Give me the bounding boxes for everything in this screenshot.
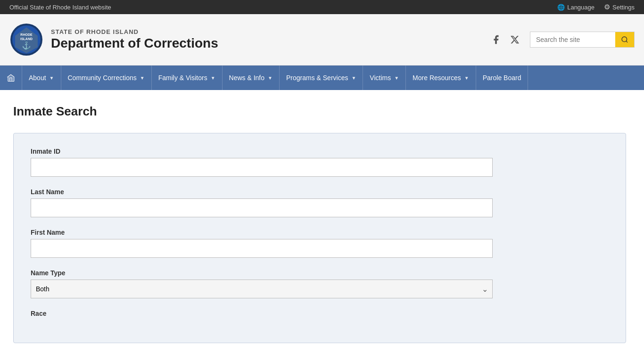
search-form-container: Inmate ID Last Name First Name Name Type… (13, 133, 626, 343)
nav-item-parole-board[interactable]: Parole Board (476, 66, 528, 90)
chevron-down-icon: ▼ (211, 75, 215, 81)
nav-label: Parole Board (483, 74, 521, 82)
nav-item-family-and-visitors[interactable]: Family & Visitors▼ (152, 66, 223, 90)
first-name-label: First Name (31, 229, 609, 236)
svg-text:RHODE: RHODE (20, 33, 33, 36)
home-icon (7, 74, 15, 82)
nav-items-container: About▼Community Corrections▼Family & Vis… (22, 66, 528, 90)
page-title: Inmate Search (13, 104, 631, 119)
nav-item-more-resources[interactable]: More Resources▼ (406, 66, 476, 90)
search-button[interactable] (615, 32, 634, 47)
nav-label: Programs & Services (286, 74, 348, 82)
nav-item-news-and-info[interactable]: News & Info▼ (223, 66, 280, 90)
state-name: STATE OF RHODE ISLAND (51, 28, 218, 35)
navbar: About▼Community Corrections▼Family & Vis… (0, 66, 644, 90)
globe-icon (557, 4, 565, 11)
nav-label: Victims (370, 74, 391, 82)
chevron-down-icon: ▼ (464, 75, 469, 81)
top-bar: Official State of Rhode Island website L… (0, 0, 644, 14)
svg-text:ISLAND: ISLAND (20, 37, 33, 41)
facebook-icon[interactable] (489, 33, 503, 46)
header-right (489, 32, 635, 48)
chevron-down-icon: ▼ (50, 75, 54, 81)
inmate-id-label: Inmate ID (31, 148, 609, 155)
nav-item-about[interactable]: About▼ (22, 66, 61, 90)
inmate-id-field: Inmate ID (31, 148, 609, 177)
race-field: Race (31, 310, 609, 317)
name-type-field: Name Type BothLegal NameAlias ⌄ (31, 269, 609, 298)
header-left: RHODE ISLAND ⚓ STATE OF RHODE ISLAND Dep… (9, 23, 218, 57)
last-name-field: Last Name (31, 188, 609, 217)
first-name-field: First Name (31, 229, 609, 258)
social-icons (489, 33, 521, 46)
last-name-label: Last Name (31, 188, 609, 196)
svg-point-6 (622, 37, 627, 42)
nav-item-programs-and-services[interactable]: Programs & Services▼ (280, 66, 363, 90)
last-name-input[interactable] (31, 198, 493, 217)
race-label: Race (31, 310, 609, 317)
search-input[interactable] (530, 32, 615, 47)
chevron-down-icon: ▼ (394, 75, 399, 81)
nav-label: About (29, 74, 46, 82)
name-type-select[interactable]: BothLegal NameAlias (31, 280, 493, 298)
main-content: Inmate Search Inmate ID Last Name First … (0, 90, 644, 353)
nav-home[interactable] (0, 66, 22, 90)
inmate-id-input[interactable] (31, 158, 493, 177)
dept-name: Department of Corrections (51, 35, 218, 51)
search-icon (621, 36, 628, 43)
name-type-select-wrapper: BothLegal NameAlias ⌄ (31, 280, 493, 298)
nav-label: Community Corrections (68, 74, 137, 82)
nav-label: Family & Visitors (158, 74, 207, 82)
settings-icon (604, 3, 610, 11)
svg-text:⚓: ⚓ (22, 41, 31, 50)
svg-line-7 (626, 41, 627, 42)
name-type-label: Name Type (31, 269, 609, 277)
nav-item-victims[interactable]: Victims▼ (363, 66, 406, 90)
logo: RHODE ISLAND ⚓ (9, 23, 43, 57)
nav-label: News & Info (229, 74, 264, 82)
chevron-down-icon: ▼ (268, 75, 272, 81)
official-text: Official State of Rhode Island website (9, 4, 111, 11)
chevron-down-icon: ▼ (351, 75, 356, 81)
nav-label: More Resources (413, 74, 461, 82)
first-name-input[interactable] (31, 239, 493, 258)
nav-item-community-corrections[interactable]: Community Corrections▼ (61, 66, 152, 90)
top-bar-right: Language Settings (557, 3, 635, 11)
language-button[interactable]: Language (557, 4, 594, 11)
settings-button[interactable]: Settings (604, 3, 635, 11)
chevron-down-icon: ▼ (140, 75, 145, 81)
header: RHODE ISLAND ⚓ STATE OF RHODE ISLAND Dep… (0, 14, 644, 66)
twitter-x-icon[interactable] (508, 33, 521, 46)
header-title-block: STATE OF RHODE ISLAND Department of Corr… (51, 28, 218, 51)
search-bar (530, 32, 635, 48)
